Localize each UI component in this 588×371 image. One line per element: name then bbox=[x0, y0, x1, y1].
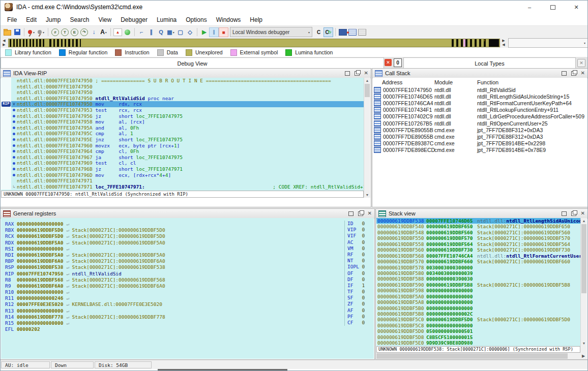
callstack-row[interactable]: 00007FF7DE89055Bcmd.exejpt_7FF7DE88F312+… bbox=[373, 127, 587, 133]
callstack-row[interactable]: 00007FFE10746D65ntdll.dllntdll_RtlLength… bbox=[373, 93, 587, 100]
flag-row[interactable]: DF 0 bbox=[347, 276, 372, 283]
navband-range-select[interactable]: ▾ bbox=[508, 38, 588, 48]
restore-pane-button[interactable] bbox=[571, 71, 576, 76]
gray-pin-button[interactable]: ▾ bbox=[36, 27, 46, 37]
disasm-line[interactable]: ntdll.dll:00007FFE10747950 bbox=[1, 84, 364, 90]
navigation-band[interactable]: ↓ bbox=[8, 39, 500, 47]
register-row[interactable]: EFL 00000202 bbox=[1, 326, 374, 332]
menu-jump[interactable]: Jump bbox=[41, 15, 65, 24]
disasm-line[interactable]: ntdll.dll:00007FFE10747969 test cl, cl bbox=[1, 160, 364, 166]
save-button[interactable] bbox=[12, 27, 22, 37]
disasm-line[interactable]: ntdll.dll:00007FFE1074795E jnz short loc… bbox=[1, 137, 364, 143]
scroll-down-icon[interactable]: ▼ bbox=[581, 341, 587, 346]
navband-right-arrows[interactable]: ▶◀ bbox=[501, 39, 507, 47]
register-row[interactable]: RDI 000000619DDBF5A0 ↵ Stack[0000271C]:0… bbox=[1, 252, 374, 258]
lumina-status-button[interactable] bbox=[123, 27, 132, 37]
flag-row[interactable]: PF 0 bbox=[347, 314, 372, 320]
flag-row[interactable]: TF 0 bbox=[347, 289, 372, 295]
stack-row[interactable]: 000000619DDBF5880000000000390030 bbox=[376, 276, 580, 282]
callstack-row[interactable]: 00007FFE10746CA4ntdll.dllntdll_RtlFormat… bbox=[373, 100, 587, 106]
scroll-down-icon[interactable]: ▼ bbox=[364, 192, 370, 198]
flag-row[interactable]: IOPL 0 bbox=[347, 264, 372, 270]
numbers-icon[interactable]: 0 bbox=[394, 58, 402, 67]
flag-row[interactable]: VIF 0 bbox=[347, 233, 372, 239]
enums-button[interactable]: E bbox=[70, 27, 79, 37]
stack-scrollbar[interactable]: ▲ ▼ bbox=[580, 218, 587, 346]
register-row[interactable]: R10 0000000000000000 ↵ bbox=[1, 289, 374, 295]
close-pane-button[interactable]: ✕ bbox=[364, 71, 368, 76]
restore-pane-button[interactable] bbox=[355, 71, 360, 76]
modules-list-button[interactable] bbox=[357, 27, 367, 37]
stack-row[interactable]: 000000619DDBF5C80000000000000000 bbox=[376, 323, 580, 328]
close-button[interactable]: ✕ bbox=[565, 0, 588, 14]
flag-row[interactable]: ID 0 bbox=[347, 221, 372, 227]
close-debug-view-button[interactable]: ✕ bbox=[385, 59, 392, 66]
disasm-line[interactable]: ntdll.dll:00007FFE10747960 movzx ecx, by… bbox=[1, 143, 364, 149]
stack-row[interactable]: 000000619DDBF5C0000000619DDBF5D0Stack[00… bbox=[376, 317, 580, 322]
stack-row[interactable]: 000000619DDBF550000000619DDBF570Stack[00… bbox=[376, 235, 580, 241]
register-row[interactable]: RSP 000000619DDBF538 ↵ Stack[0000271C]:0… bbox=[1, 264, 374, 270]
navband-left-arrows[interactable]: ◀▶ bbox=[1, 39, 7, 47]
close-pane-button[interactable]: ✕ bbox=[368, 211, 372, 216]
flag-row[interactable]: IF 1 bbox=[347, 283, 372, 289]
red-pin-button[interactable]: ▾ bbox=[26, 27, 36, 37]
stack-row[interactable]: 000000619DDBF560000000619DDBF730Stack[00… bbox=[376, 247, 580, 253]
register-row[interactable]: R13 0000000000000000 ↵ bbox=[1, 308, 374, 314]
resync-button[interactable]: C↻ bbox=[324, 27, 333, 37]
stack-row[interactable]: 000000619DDBF5980000000000000000 bbox=[376, 288, 580, 293]
menu-options[interactable]: Options bbox=[181, 15, 211, 24]
flag-row[interactable]: OF 0 bbox=[347, 270, 372, 276]
stack-row[interactable]: 000000619DDBF548000000619DDBF560Stack[00… bbox=[376, 230, 580, 235]
callstack-row[interactable]: 00007FF7DE898ECDcmd.exejpt_7FF7DE8914BE+… bbox=[373, 147, 587, 153]
pseudocode-button[interactable]: C bbox=[314, 27, 324, 37]
open-file-button[interactable] bbox=[3, 27, 12, 37]
tab-debug-view[interactable]: Debug View bbox=[1, 57, 384, 69]
menu-help[interactable]: Help bbox=[245, 15, 267, 24]
register-row[interactable]: R9 000000619DDBF6A0 ↵ Stack[0000271C]:00… bbox=[1, 283, 374, 289]
disasm-line[interactable]: ntdll.dll:00007FFE10747953 test rcx, rcx bbox=[1, 107, 364, 113]
scroll-up-icon[interactable]: ▲ bbox=[364, 78, 370, 83]
register-row[interactable]: RIP 00007FFE10747950 ↵ ntdll_RtlValidSid bbox=[1, 271, 374, 277]
minimize-button[interactable]: – bbox=[518, 0, 541, 14]
flag-row[interactable]: VM 0 bbox=[347, 245, 372, 252]
menu-edit[interactable]: Edit bbox=[21, 15, 41, 24]
maximize-pane-button[interactable] bbox=[345, 71, 350, 76]
maximize-pane-button[interactable] bbox=[348, 211, 354, 216]
stack-row[interactable]: 000000619DDBF540000000619DDBF650Stack[00… bbox=[376, 224, 580, 229]
menu-search[interactable]: Search bbox=[65, 15, 94, 24]
callstack-row[interactable]: 00007FF7DE89387Ccmd.exejpt_7FF7DE8914BE+… bbox=[373, 140, 587, 147]
disasm-line[interactable]: ntdll.dll:00007FFE10747967 ja short loc_… bbox=[1, 154, 364, 161]
stack-row[interactable]: 000000619DDBF5B8000000000000002C bbox=[376, 311, 580, 317]
stack-hscrollbar-thumb[interactable] bbox=[376, 353, 568, 359]
stack-row[interactable]: 000000619DDBF56800007FFE10746CA4ntdll.dl… bbox=[376, 253, 580, 259]
register-row[interactable]: RBP 000000619DDBF6A0 ↵ Stack[0000271C]:0… bbox=[1, 258, 374, 264]
disasm-line[interactable]: ntdll.dll:00007FFE10747958 mov al, [rcx] bbox=[1, 119, 364, 125]
disasm-line[interactable]: ntdll.dll:00007FFE10747956 jz short loc_… bbox=[1, 113, 364, 119]
restore-pane-button[interactable] bbox=[358, 211, 363, 216]
callstack-row[interactable]: 00007FFE10747950ntdll.dllntdll_RtlValidS… bbox=[373, 86, 587, 93]
stack-row[interactable]: 000000619DDBF5800034003000000039 bbox=[376, 270, 580, 276]
scroll-up-icon[interactable]: ▲ bbox=[581, 218, 587, 224]
callstack-row[interactable]: 00007FF7DE89055Bcmd.exejpt_7FF7DE88F312+… bbox=[373, 133, 587, 140]
close-pane-button[interactable]: ✕ bbox=[581, 71, 585, 76]
close-pane-button[interactable]: ✕ bbox=[581, 211, 585, 216]
debug-tool-1-button[interactable]: ⌐ bbox=[137, 27, 146, 37]
disasm-line[interactable]: ntdll.dll:00007FFE1074795C cmp al, 1 bbox=[1, 131, 364, 137]
debug-tool-3-button[interactable]: Q bbox=[156, 27, 166, 37]
stack-row[interactable]: 000000619DDBF5E09D9D39C9BE8DD980 bbox=[376, 340, 580, 346]
windows-layout-button[interactable]: ▦▾ bbox=[166, 27, 175, 37]
register-row[interactable]: R15 0000000000000000 ↵ bbox=[1, 320, 374, 326]
debugger-select[interactable]: Local Windows debugger ▾ bbox=[230, 27, 312, 37]
register-row[interactable]: RAX 0000000000000000 ↵ bbox=[1, 221, 374, 227]
register-row[interactable]: RSI 0000000000000000 ↵ bbox=[1, 246, 374, 252]
callstack-row[interactable]: 00007FFE107402C9ntdll.dllntdll_LdrGetPro… bbox=[373, 113, 587, 120]
register-row[interactable]: RDX 000000619DDBF5A0 ↵ Stack[0000271C]:0… bbox=[1, 240, 374, 246]
xrefs-button[interactable]: ↷ bbox=[79, 27, 89, 37]
disasm-line[interactable]: ntdll.dll:00007FFE10747964 cmp cl, 0Fh bbox=[1, 148, 364, 154]
disasm-line[interactable]: ntdll.dll:00007FFE10747950 ; ===========… bbox=[1, 78, 364, 84]
stack-row[interactable]: 000000619DDBF590000000619DDBF5B8Stack[00… bbox=[376, 282, 580, 288]
flag-row[interactable]: AF 0 bbox=[347, 307, 372, 314]
disasm-line[interactable]: ntdll.dll:00007FFE1074796B jz short loc_… bbox=[1, 166, 364, 172]
scroll-right-icon[interactable]: ▶ bbox=[580, 353, 586, 359]
callstack-row[interactable]: 00007FFE107267B5ntdll.dllntdll_RtlOpenCu… bbox=[373, 120, 587, 127]
